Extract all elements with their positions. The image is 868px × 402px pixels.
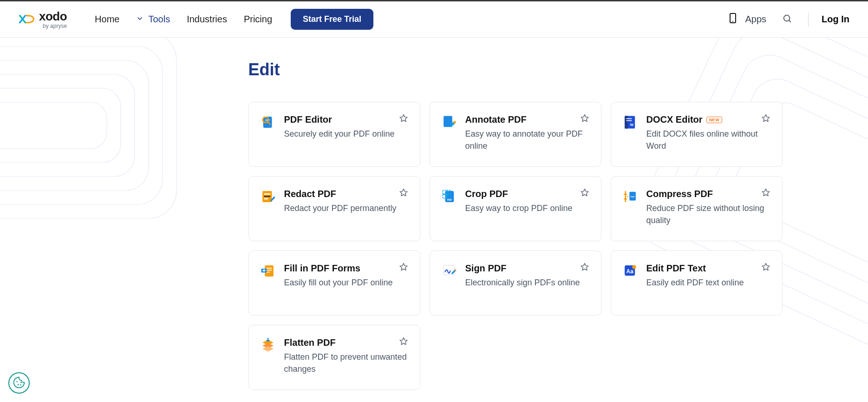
favorite-button[interactable] [397, 335, 411, 350]
star-icon [761, 118, 771, 125]
nav-home[interactable]: Home [95, 14, 119, 25]
primary-nav: Home Tools Industries Pricing [95, 14, 272, 25]
tool-card-title: Annotate PDF [465, 114, 590, 125]
tool-card-body: Edit PDF TextEasily edit PDF text online [646, 263, 771, 303]
chevron-down-icon [136, 14, 144, 25]
svg-point-42 [632, 265, 636, 269]
docx-icon: W [622, 114, 638, 130]
cookie-preferences-button[interactable] [8, 372, 30, 394]
svg-text:PDF: PDF [630, 196, 634, 198]
favorite-button[interactable] [759, 112, 773, 127]
tool-card-title: Fill in PDF Forms [284, 263, 409, 274]
star-icon [580, 267, 590, 274]
tool-card-title-text: Annotate PDF [465, 114, 527, 125]
svg-rect-27 [264, 198, 268, 199]
brand-logo[interactable]: xodo by apryse [19, 10, 67, 29]
tool-card-body: Redact PDFRedact your PDF permanently [284, 189, 409, 229]
apps-link[interactable]: Apps [727, 11, 766, 27]
header-divider [808, 13, 809, 26]
brand-byline: by apryse [43, 23, 67, 29]
main-content: Edit PDFPDF EditorSecurely edit your PDF… [63, 38, 806, 402]
tool-card-title: DOCX EditorNEW [646, 114, 771, 125]
nav-home-label: Home [95, 14, 119, 25]
tool-card-crop-pdf[interactable]: PDFCrop PDFEasy way to crop PDF online [430, 176, 601, 241]
brand-text: xodo by apryse [39, 10, 67, 29]
xodo-logo-icon [19, 12, 34, 27]
favorite-button[interactable] [759, 186, 773, 201]
tool-card-docx-editor[interactable]: WDOCX EditorNEWEdit DOCX files online wi… [611, 102, 783, 167]
star-icon [761, 267, 771, 274]
search-pdf-icon: PDF [260, 114, 276, 130]
tool-card-description: Reduce PDF size without losing quality [646, 202, 771, 226]
redact-icon [260, 189, 276, 204]
star-icon [398, 267, 409, 274]
tool-card-fill-forms[interactable]: Fill in PDF FormsEasily fill out your PD… [248, 250, 420, 316]
tool-card-title: Compress PDF [646, 189, 771, 199]
svg-point-44 [18, 384, 19, 385]
tool-card-sign-pdf[interactable]: Sign PDFElectronically sign PDFs online [430, 250, 601, 316]
tool-card-annotate-pdf[interactable]: Annotate PDFEasy way to annotate your PD… [430, 102, 601, 167]
tool-card-title: Edit PDF Text [646, 263, 771, 274]
svg-rect-25 [264, 193, 270, 195]
tool-card-description: Redact your PDF permanently [284, 202, 409, 214]
search-button[interactable] [779, 11, 795, 28]
start-free-trial-button[interactable]: Start Free Trial [291, 9, 373, 30]
svg-rect-26 [264, 196, 270, 197]
svg-rect-20 [625, 116, 628, 128]
svg-rect-22 [626, 119, 632, 119]
login-link[interactable]: Log In [822, 14, 849, 25]
favorite-button[interactable] [578, 260, 592, 276]
tool-card-edit-text[interactable]: AaEdit PDF TextEasily edit PDF text onli… [611, 250, 783, 316]
annotate-icon [441, 114, 457, 130]
svg-point-46 [20, 382, 22, 383]
tool-card-title: PDF Editor [284, 114, 409, 125]
nav-pricing[interactable]: Pricing [244, 14, 272, 25]
compress-icon: PDF [622, 189, 638, 204]
star-icon [580, 118, 590, 125]
star-icon [398, 192, 409, 199]
favorite-button[interactable] [759, 260, 773, 276]
svg-rect-36 [266, 272, 269, 273]
tool-card-title-text: Sign PDF [465, 263, 507, 274]
tool-card-redact-pdf[interactable]: Redact PDFRedact your PDF permanently [248, 176, 420, 241]
tool-card-title-text: Crop PDF [465, 189, 508, 199]
star-icon [580, 192, 590, 199]
nav-tools-label: Tools [148, 14, 170, 25]
favorite-button[interactable] [578, 112, 592, 127]
tool-card-pdf-editor[interactable]: PDFPDF EditorSecurely edit your PDF onli… [248, 102, 420, 167]
text-icon: Aa [622, 263, 638, 279]
nav-pricing-label: Pricing [244, 14, 272, 25]
svg-text:Aa: Aa [626, 268, 633, 275]
tool-card-description: Edit DOCX files online without Word [646, 128, 771, 152]
svg-rect-23 [626, 120, 632, 121]
tool-card-flatten-pdf[interactable]: Flatten PDFFlatten PDF to prevent unwant… [248, 325, 420, 390]
tool-card-body: PDF EditorSecurely edit your PDF online [284, 114, 409, 154]
nav-industries[interactable]: Industries [187, 14, 227, 25]
svg-point-43 [16, 381, 18, 382]
tool-card-body: Annotate PDFEasy way to annotate your PD… [465, 114, 590, 154]
favorite-button[interactable] [397, 260, 411, 276]
apps-label: Apps [745, 14, 766, 25]
tool-card-compress-pdf[interactable]: PDFCompress PDFReduce PDF size without l… [611, 176, 783, 241]
favorite-button[interactable] [578, 186, 592, 201]
tool-card-title-text: Flatten PDF [284, 337, 336, 348]
brand-name: xodo [39, 10, 67, 22]
tool-card-description: Securely edit your PDF online [284, 128, 409, 140]
favorite-button[interactable] [397, 112, 411, 127]
tool-card-title-text: Compress PDF [646, 189, 713, 199]
svg-point-39 [454, 270, 456, 271]
tools-grid: PDFPDF EditorSecurely edit your PDF onli… [248, 102, 806, 390]
tool-card-title: Sign PDF [465, 263, 590, 274]
favorite-button[interactable] [397, 186, 411, 201]
tool-card-title: Redact PDF [284, 189, 409, 199]
tool-card-description: Easily fill out your PDF online [284, 277, 409, 289]
tool-card-title-text: Fill in PDF Forms [284, 263, 360, 274]
tool-card-title-text: PDF Editor [284, 114, 332, 125]
nav-tools[interactable]: Tools [136, 14, 170, 25]
tool-card-description: Flatten PDF to prevent unwanted changes [284, 351, 409, 375]
svg-rect-34 [266, 268, 272, 269]
star-icon [398, 341, 409, 348]
tool-card-body: Fill in PDF FormsEasily fill out your PD… [284, 263, 409, 303]
svg-text:W: W [630, 123, 633, 127]
tool-card-body: Sign PDFElectronically sign PDFs online [465, 263, 590, 303]
